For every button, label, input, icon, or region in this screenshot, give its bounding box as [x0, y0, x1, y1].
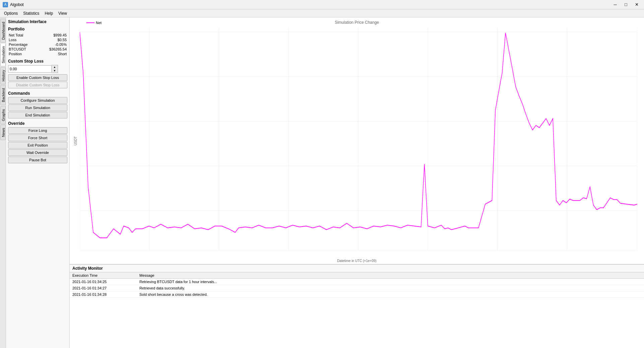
- close-button[interactable]: ✕: [632, 1, 641, 8]
- end-simulation-button[interactable]: End Simulation: [8, 112, 67, 118]
- portfolio-value: $36265.54: [39, 47, 67, 52]
- spinbox-down[interactable]: ▼: [52, 69, 58, 73]
- chart-legend: Net: [86, 21, 102, 25]
- sidebar-tab-backtest[interactable]: Backtest: [0, 85, 6, 105]
- app-title: Algobot: [10, 2, 24, 7]
- legend-net-color: [86, 22, 94, 23]
- custom-stop-loss-title: Custom Stop Loss: [8, 59, 67, 64]
- titlebar: A Algobot ─ □ ✕: [0, 0, 644, 9]
- chart-container: 1000 999.8 999.6 999.4 999.2 999 06:34:3…: [80, 27, 637, 251]
- portfolio-row: BTCUSDT$36265.54: [8, 47, 67, 52]
- sidebar-tab-history[interactable]: History: [0, 67, 6, 84]
- titlebar-left: A Algobot: [3, 2, 24, 7]
- window-controls: ─ □ ✕: [610, 1, 641, 8]
- exit-position-button[interactable]: Exit Position: [8, 142, 67, 149]
- menubar: Options Statistics Help View: [0, 9, 644, 17]
- y-axis-label: USDT: [74, 136, 77, 145]
- menu-view[interactable]: View: [56, 10, 70, 16]
- activity-row: 2021-01-16 01:34:27Retrieved data succes…: [70, 285, 644, 291]
- chart-svg: 1000 999.8 999.6 999.4 999.2 999 06:34:3…: [80, 27, 637, 251]
- portfolio-value: $0.55: [39, 37, 67, 42]
- portfolio-key: Percentage: [8, 42, 39, 47]
- activity-message: Retrieved data successfully.: [137, 285, 644, 291]
- col-execution-time: Execution Time: [70, 272, 137, 279]
- wait-override-button[interactable]: Wait Override: [8, 149, 67, 156]
- activity-time: 2021-01-16 01:34:25: [70, 279, 137, 285]
- chart-title: Simulation Price Change: [70, 17, 644, 25]
- stop-loss-input[interactable]: [8, 65, 52, 73]
- portfolio-key: Position: [8, 52, 39, 56]
- price-line: [80, 32, 637, 238]
- activity-row: 2021-01-16 01:34:28Sold short because a …: [70, 291, 644, 298]
- panel-title: Simulation Interface: [8, 19, 67, 24]
- sidebar-tab-simulation[interactable]: Simulation: [0, 44, 6, 66]
- portfolio-key: BTCUSDT: [8, 47, 39, 52]
- activity-scroll[interactable]: Execution Time Message 2021-01-16 01:34:…: [70, 272, 644, 348]
- configure-simulation-button[interactable]: Configure Simulation: [8, 97, 67, 104]
- sidebar-tab-news[interactable]: News: [0, 125, 6, 140]
- legend-net-label: Net: [96, 21, 102, 25]
- sidebar-tabs: Dashboard Simulation History Backtest Gr…: [0, 17, 6, 348]
- commands-title: Commands: [8, 91, 67, 96]
- menu-options[interactable]: Options: [1, 10, 20, 16]
- right-area: Simulation Price Change USDT Datetime in…: [70, 17, 644, 348]
- left-panel: Simulation Interface Portfolio Net Total…: [6, 17, 70, 348]
- portfolio-table: Net Total$999.45Loss$0.55Percentage-0.05…: [8, 33, 67, 56]
- maximize-button[interactable]: □: [621, 1, 631, 8]
- activity-time: 2021-01-16 01:34:27: [70, 285, 137, 291]
- activity-table: Execution Time Message 2021-01-16 01:34:…: [70, 272, 644, 298]
- col-message: Message: [137, 272, 644, 279]
- x-axis-label: Datetime in UTC (×1e+09): [337, 259, 376, 263]
- enable-stop-loss-button[interactable]: Enable Custom Stop Loss: [8, 74, 67, 81]
- portfolio-row: PositionShort: [8, 52, 67, 56]
- activity-time: 2021-01-16 01:34:28: [70, 291, 137, 298]
- sidebar-tab-dashboard[interactable]: Dashboard: [0, 19, 6, 43]
- portfolio-key: Loss: [8, 37, 39, 42]
- override-title: Override: [8, 121, 67, 126]
- force-short-button[interactable]: Force Short: [8, 135, 67, 141]
- portfolio-row: Net Total$999.45: [8, 33, 67, 37]
- activity-monitor-title: Activity Monitor: [70, 265, 644, 272]
- portfolio-value: $999.45: [39, 33, 67, 37]
- sidebar-tab-graphs[interactable]: Graphs: [0, 106, 6, 124]
- portfolio-value: -0.05%: [39, 42, 67, 47]
- portfolio-value: Short: [39, 52, 67, 56]
- pause-bot-button[interactable]: Pause Bot: [8, 157, 67, 163]
- menu-help[interactable]: Help: [42, 10, 56, 16]
- portfolio-key: Net Total: [8, 33, 39, 37]
- disable-stop-loss-button[interactable]: Disable Custom Stop Loss: [8, 82, 67, 88]
- activity-message: Sold short because a cross was detected.: [137, 291, 644, 298]
- stop-loss-input-wrapper: ▲ ▼: [8, 65, 67, 73]
- minimize-button[interactable]: ─: [610, 1, 620, 8]
- portfolio-title: Portfolio: [8, 27, 67, 31]
- main-layout: Dashboard Simulation History Backtest Gr…: [0, 17, 644, 348]
- run-simulation-button[interactable]: Run Simulation: [8, 104, 67, 111]
- activity-monitor: Activity Monitor Execution Time Message …: [70, 264, 644, 348]
- app-icon: A: [3, 2, 8, 7]
- chart-area: Simulation Price Change USDT Datetime in…: [70, 17, 644, 264]
- force-long-button[interactable]: Force Long: [8, 127, 67, 134]
- menu-statistics[interactable]: Statistics: [20, 10, 42, 16]
- activity-message: Retrieving BTCUSDT data for 1 hour inter…: [137, 279, 644, 285]
- spinbox-up[interactable]: ▲: [52, 65, 58, 69]
- spinbox-buttons: ▲ ▼: [52, 65, 58, 73]
- activity-row: 2021-01-16 01:34:25Retrieving BTCUSDT da…: [70, 279, 644, 285]
- portfolio-row: Percentage-0.05%: [8, 42, 67, 47]
- portfolio-row: Loss$0.55: [8, 37, 67, 42]
